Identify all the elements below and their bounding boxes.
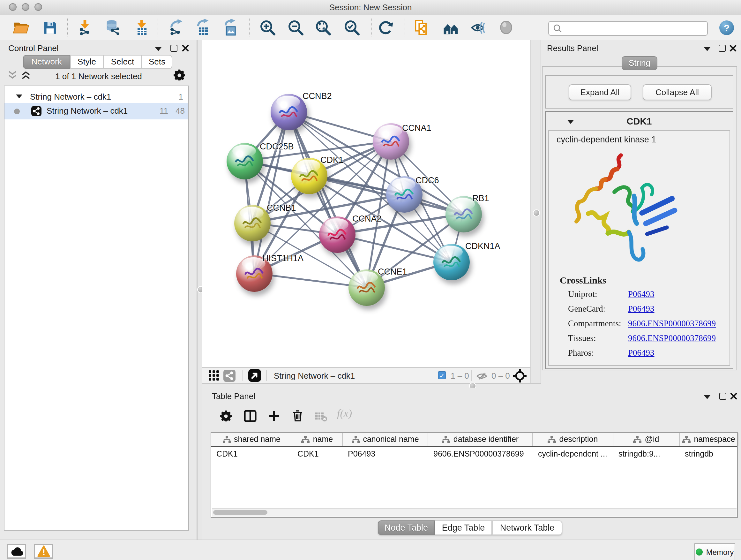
memory-button[interactable]: Memory [694,543,735,560]
share-view-icon[interactable] [223,370,235,382]
grey-eye-button[interactable] [497,18,515,37]
table-horizontal-scrollbar[interactable] [212,508,737,516]
table-settings-gear-icon[interactable] [219,409,233,423]
zoom-fit-button[interactable] [314,18,332,37]
memory-label: Memory [706,548,734,557]
network-row[interactable]: String Network – cdk1 11 48 [4,103,188,119]
show-columns-button[interactable] [243,409,257,423]
node-structure-thumbnail [441,253,462,271]
tab-network-table[interactable]: Network Table [492,520,562,535]
table-cell[interactable]: stringdb [680,449,738,458]
home-button[interactable] [442,18,460,37]
right-splitter-handle[interactable] [533,209,540,216]
node-structure-thumbnail [241,214,263,232]
open-window-button[interactable] [248,369,261,382]
warning-button[interactable] [34,544,53,559]
crosslink-link[interactable]: P06493 [628,304,655,314]
node-CDC25B[interactable] [226,143,263,179]
delete-column-button[interactable] [290,409,305,423]
column-header-canonical-name[interactable]: canonical name [343,433,428,446]
export-network-button[interactable] [166,18,185,37]
network-options-gear-icon[interactable] [174,69,185,82]
function-builder-button[interactable]: f(x) [337,408,352,420]
hide-glasses-button[interactable] [469,18,487,37]
save-floppy-icon [42,19,58,36]
panel-close-icon[interactable] [182,45,189,52]
crosslink-link[interactable]: P06493 [628,289,655,300]
import-table-icon [133,19,150,36]
save-session-button[interactable] [41,18,59,37]
node-CCNA2[interactable] [319,216,355,253]
node-label-CCNA2: CCNA2 [352,214,382,224]
open-session-button[interactable] [12,18,30,37]
node-structure-thumbnail [233,152,255,170]
table-cell[interactable]: CDK1 [211,449,292,458]
crosslink-link[interactable]: 9606.ENSP00000378699 [628,333,716,344]
collapse-all-button[interactable]: Collapse All [643,84,712,100]
node-CCNB1[interactable] [234,205,271,241]
zoom-in-button[interactable] [259,18,276,37]
column-header-shared-name[interactable]: shared name [211,433,292,446]
help-button[interactable]: ? [719,20,734,35]
delete-table-button[interactable] [314,410,328,424]
tab-network[interactable]: Network [23,55,70,69]
panel-float-icon[interactable] [719,393,726,400]
tab-style[interactable]: Style [70,55,104,69]
table-cell[interactable]: 9606.ENSP00000378699 [428,449,533,458]
refresh-button[interactable] [377,18,395,37]
attribute-icon [548,436,556,443]
node-structure-thumbnail [278,103,299,121]
export-table-button[interactable] [194,18,212,37]
panel-menu-caret-icon[interactable] [704,47,711,51]
import-table-button[interactable] [133,18,151,37]
cloud-icon [10,547,23,556]
scrollbar-thumb[interactable] [213,510,267,515]
panel-menu-caret-icon[interactable] [704,395,711,399]
import-network-from-database-button[interactable] [104,18,121,37]
table-cell[interactable]: stringdb:9... [613,449,680,458]
node-label-CCNB1: CCNB1 [267,203,296,212]
tab-sets[interactable]: Sets [142,55,172,69]
birdseye-crosshair-icon[interactable] [513,369,527,382]
share-document-button[interactable] [413,18,431,37]
panel-menu-caret-icon[interactable] [155,47,161,51]
panel-float-icon[interactable] [171,45,178,52]
import-network-button[interactable] [76,18,94,37]
zoom-selected-button[interactable] [343,18,360,37]
open-folder-icon [13,19,29,36]
tab-edge-table[interactable]: Edge Table [434,520,492,535]
tab-node-table[interactable]: Node Table [378,520,434,535]
column-header--id[interactable]: @id [613,433,680,446]
add-column-button[interactable] [267,409,281,423]
tab-string[interactable]: String [622,56,657,70]
column-header-namespace[interactable]: namespace [680,433,738,446]
attribute-icon [442,436,450,443]
node-CCNB2[interactable] [271,94,307,130]
table-cell[interactable]: cyclin-dependent ... [533,449,613,458]
search-input[interactable] [564,23,707,34]
export-image-button[interactable] [221,18,239,37]
tree-expand-caret-icon[interactable] [16,95,22,98]
cloud-button[interactable] [7,544,26,559]
tab-select[interactable]: Select [104,55,142,69]
right-splitter[interactable] [530,40,541,388]
grid-view-icon[interactable] [209,370,219,381]
column-header-database-identifier[interactable]: database identifier [428,433,533,446]
column-header-description[interactable]: description [533,433,613,446]
panel-close-icon[interactable] [730,393,737,400]
selected-checkbox-icon[interactable]: ✓ [438,371,446,379]
table-cell[interactable]: CDK1 [292,449,343,458]
zoom-out-button[interactable] [286,18,305,37]
string-app-icon [31,106,42,116]
table-cell[interactable]: P06493 [343,449,428,458]
crosslink-link[interactable]: P06493 [628,348,655,358]
network-collection-row[interactable]: String Network – cdk1 1 [4,89,188,105]
expand-all-button[interactable]: Expand All [569,84,631,100]
panel-close-icon[interactable] [730,45,737,52]
panel-float-icon[interactable] [719,45,726,52]
node-CDKN1A[interactable] [433,244,470,280]
crosslink-link[interactable]: 9606.ENSP00000378699 [628,319,716,329]
left-splitter[interactable] [197,40,202,540]
network-canvas[interactable]: CCNB2CCNA1CDC25BCDK1CDC6RB1CCNB1CCNA2CDK… [202,40,530,367]
column-header-name[interactable]: name [292,433,343,446]
